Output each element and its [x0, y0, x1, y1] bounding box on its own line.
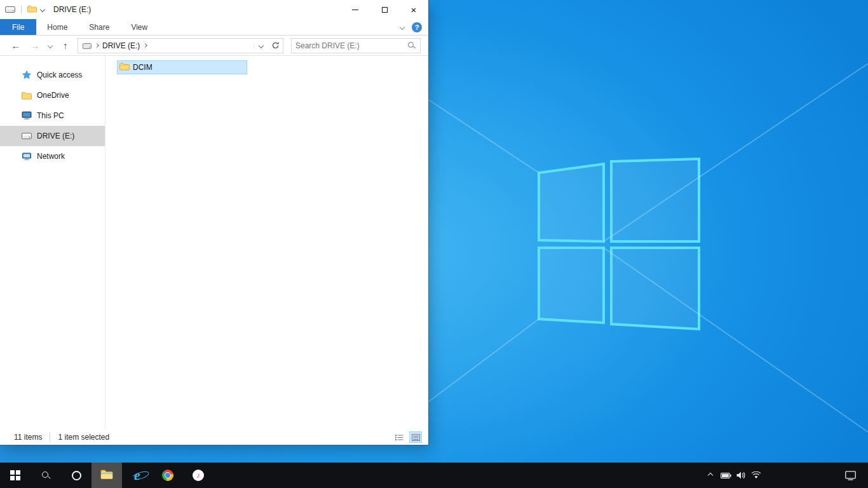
drive-icon [83, 40, 92, 51]
search-icon[interactable] [408, 42, 415, 49]
window-title: DRIVE (E:) [53, 5, 341, 14]
breadcrumb-chevron-icon[interactable] [95, 43, 99, 48]
toolbar-divider [21, 5, 22, 14]
file-item-dcim[interactable]: DCIM [117, 60, 247, 74]
action-center-button[interactable] [837, 471, 863, 480]
sidebar-item-label: DRIVE (E:) [37, 132, 74, 140]
show-hidden-icons-button[interactable] [703, 463, 718, 488]
items-count: 11 items [14, 433, 42, 442]
chrome-button[interactable] [153, 463, 183, 488]
taskbar-search-button[interactable] [31, 463, 61, 488]
quick-access-toolbar [0, 4, 44, 15]
chevron-down-icon[interactable] [40, 7, 45, 12]
expand-ribbon-chevron-icon[interactable] [400, 24, 405, 29]
breadcrumb-drive[interactable]: DRIVE (E:) [102, 41, 140, 50]
drive-icon [21, 133, 32, 139]
windows-logo-wallpaper [428, 0, 868, 463]
status-bar: 11 items 1 item selected [0, 430, 428, 445]
battery-icon [721, 473, 731, 478]
tab-home[interactable]: Home [36, 19, 78, 35]
tab-view[interactable]: View [120, 19, 158, 35]
system-tray [703, 463, 868, 488]
internet-explorer-button[interactable]: e [122, 463, 153, 488]
minimize-button[interactable] [341, 0, 370, 19]
file-explorer-icon [100, 469, 113, 482]
itunes-button[interactable]: ♪ [183, 463, 214, 488]
minimize-icon [352, 10, 358, 10]
taskbar: e ♪ [0, 463, 868, 488]
sidebar-item-this-pc[interactable]: This PC [0, 105, 105, 126]
file-list[interactable]: DCIM [105, 56, 428, 430]
drive-icon [5, 4, 15, 15]
status-divider [50, 433, 50, 442]
wifi-icon [751, 471, 761, 479]
search-input[interactable] [292, 41, 408, 50]
cortana-button[interactable] [61, 463, 92, 488]
volume-icon [736, 471, 746, 479]
close-button[interactable]: × [399, 0, 428, 19]
search-box [291, 38, 421, 53]
sidebar-item-label: OneDrive [37, 91, 69, 100]
address-dropdown-button[interactable] [254, 44, 268, 48]
navigation-bar: ← → ↑ DRIVE (E:) [0, 36, 428, 56]
refresh-button[interactable] [268, 41, 283, 50]
refresh-icon [271, 41, 280, 50]
tab-file[interactable]: File [0, 19, 36, 35]
title-bar: DRIVE (E:) × [0, 0, 428, 19]
file-item-label: DCIM [133, 63, 153, 72]
chevron-up-icon [708, 473, 713, 478]
selection-count: 1 item selected [58, 433, 109, 442]
battery-button[interactable] [718, 463, 733, 488]
close-icon: × [411, 5, 417, 15]
sidebar-item-onedrive[interactable]: OneDrive [0, 85, 105, 105]
navigation-pane: Quick access OneDrive This PC DRIVE (E:) [0, 56, 105, 430]
recent-locations-chevron-icon[interactable] [48, 43, 53, 48]
ribbon-tab-bar: File Home Share View ? [0, 19, 428, 36]
windows-logo-icon [10, 470, 20, 480]
breadcrumb-chevron-icon[interactable] [143, 43, 147, 48]
large-icons-view-icon [412, 434, 420, 441]
folder-icon[interactable] [27, 4, 37, 15]
window-controls: × [341, 0, 428, 19]
sidebar-item-label: Quick access [37, 71, 82, 79]
star-icon [21, 71, 32, 79]
ie-icon: e [134, 468, 140, 482]
network-button[interactable] [749, 463, 764, 488]
chevron-down-icon [258, 43, 263, 48]
sidebar-item-network[interactable]: Network [0, 146, 105, 166]
volume-button[interactable] [733, 463, 749, 488]
folder-icon [21, 92, 32, 100]
maximize-button[interactable] [370, 0, 399, 19]
sidebar-item-quick-access[interactable]: Quick access [0, 65, 105, 85]
cortana-icon [72, 471, 81, 480]
sidebar-item-label: This PC [37, 111, 64, 120]
tab-share[interactable]: Share [78, 19, 120, 35]
sidebar-item-drive-e[interactable]: DRIVE (E:) [0, 126, 105, 146]
back-button[interactable]: ← [9, 41, 23, 50]
action-center-icon [845, 471, 856, 480]
details-view-icon [395, 434, 403, 441]
up-button[interactable]: ↑ [58, 41, 72, 50]
address-bar[interactable]: DRIVE (E:) [78, 38, 283, 53]
search-icon [42, 471, 50, 480]
forward-button[interactable]: → [28, 41, 42, 50]
file-explorer-window: DRIVE (E:) × File Home Share View ? ← → … [0, 0, 428, 445]
chrome-icon [162, 470, 173, 481]
sidebar-item-label: Network [37, 152, 65, 161]
large-icons-view-button[interactable] [409, 431, 422, 443]
network-icon [21, 152, 32, 161]
folder-icon [119, 62, 130, 72]
help-button[interactable]: ? [412, 22, 422, 32]
start-button[interactable] [0, 463, 31, 488]
maximize-icon [382, 7, 388, 13]
computer-icon [21, 111, 32, 120]
details-view-button[interactable] [393, 431, 405, 443]
taskbar-file-explorer-button[interactable] [92, 463, 122, 488]
itunes-icon: ♪ [193, 470, 204, 481]
